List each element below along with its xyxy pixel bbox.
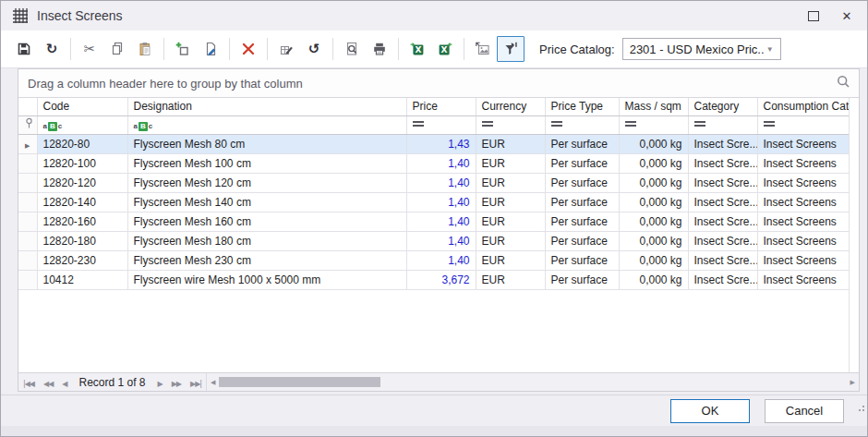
delete-row-button[interactable]	[235, 36, 262, 62]
price-catalog-dropdown[interactable]: 2301 - USD Mexico Pric... ▼	[622, 38, 781, 60]
cell-code[interactable]: 12820-80	[37, 134, 127, 153]
cell-designation[interactable]: Flyscreen Mesh 140 cm	[127, 192, 406, 212]
edit-row-button[interactable]	[197, 36, 224, 62]
cell-consumption-cat[interactable]: Insect Screens	[757, 270, 851, 289]
cell-price[interactable]: 3,672	[406, 270, 476, 289]
cell-currency[interactable]: EUR	[476, 212, 545, 231]
nav-prev-2-button[interactable]: ◀	[57, 380, 71, 388]
column-header-consumption-cat[interactable]: Consumption Cat...	[757, 98, 851, 115]
resize-grip[interactable]	[857, 404, 864, 411]
cell-price[interactable]: 1,40	[406, 250, 476, 270]
cell-mass-sqm[interactable]: 0,000 kg	[619, 192, 688, 212]
nav-next-0-button[interactable]: ▶	[153, 380, 167, 388]
filter-cell-designation[interactable]: aBc	[127, 115, 406, 134]
cell-currency[interactable]: EUR	[476, 173, 545, 192]
ok-button[interactable]: OK	[670, 399, 750, 423]
cell-code[interactable]: 12820-120	[37, 173, 127, 192]
cell-category[interactable]: Insect Scre...	[688, 270, 757, 289]
nav-prev-1-button[interactable]: ◀◀	[39, 380, 57, 388]
cancel-button[interactable]: Cancel	[765, 399, 844, 423]
table-row[interactable]: 12820-120Flyscreen Mesh 120 cm1,40EURPer…	[18, 173, 851, 192]
cell-price-type[interactable]: Per surface	[545, 250, 619, 270]
cell-price[interactable]: 1,40	[406, 212, 476, 231]
add-row-button[interactable]	[169, 36, 197, 62]
column-header-price[interactable]: Price	[406, 98, 476, 115]
filter-cell-code[interactable]: aBc	[37, 115, 127, 134]
cell-price-type[interactable]: Per surface	[545, 231, 619, 250]
cell-category[interactable]: Insect Scre...	[688, 250, 757, 270]
cell-currency[interactable]: EUR	[476, 153, 545, 173]
nav-next-2-button[interactable]: ▶▶|	[186, 380, 206, 388]
cell-mass-sqm[interactable]: 0,000 kg	[619, 270, 688, 289]
column-header-category[interactable]: Category	[688, 98, 757, 115]
cell-price[interactable]: 1,43	[406, 134, 476, 153]
cell-designation[interactable]: Flyscreen Mesh 80 cm	[127, 134, 406, 153]
cell-consumption-cat[interactable]: Insect Screens	[757, 212, 851, 231]
cell-mass-sqm[interactable]: 0,000 kg	[619, 212, 688, 231]
column-header-mass-sqm[interactable]: Mass / sqm	[619, 98, 688, 115]
cell-price-type[interactable]: Per surface	[545, 173, 619, 192]
cell-consumption-cat[interactable]: Insect Screens	[757, 134, 851, 153]
table-row[interactable]: 12820-180Flyscreen Mesh 180 cm1,40EURPer…	[18, 231, 851, 250]
filter-cell-consumption-cat[interactable]	[757, 115, 851, 134]
export-excel-button[interactable]: X	[404, 36, 431, 62]
filter-cell-price-type[interactable]	[545, 115, 619, 134]
cell-price-type[interactable]: Per surface	[545, 270, 619, 289]
cell-category[interactable]: Insect Scre...	[688, 192, 757, 212]
paste-button[interactable]	[131, 36, 159, 62]
cell-designation[interactable]: Flyscreen wire Mesh 1000 x 5000 mm	[127, 270, 406, 289]
cell-consumption-cat[interactable]: Insect Screens	[757, 250, 851, 270]
cell-code[interactable]: 12820-100	[37, 153, 127, 173]
cell-price-type[interactable]: Per surface	[545, 134, 619, 153]
cell-price-type[interactable]: Per surface	[545, 153, 619, 173]
cell-consumption-cat[interactable]: Insect Screens	[757, 231, 851, 250]
cell-category[interactable]: Insect Scre...	[688, 173, 757, 192]
cell-designation[interactable]: Flyscreen Mesh 120 cm	[127, 173, 406, 192]
export-image-button[interactable]	[469, 36, 497, 62]
cell-code[interactable]: 12820-230	[37, 250, 127, 270]
import-excel-button[interactable]: X	[431, 36, 459, 62]
cell-code[interactable]: 12820-160	[37, 212, 127, 231]
cell-consumption-cat[interactable]: Insect Screens	[757, 173, 851, 192]
scrollbar-thumb[interactable]	[219, 377, 380, 387]
horizontal-scrollbar[interactable]: ◀ ▶	[206, 373, 859, 391]
cut-button[interactable]: ✂	[76, 36, 103, 62]
table-row[interactable]: 12820-160Flyscreen Mesh 160 cm1,40EURPer…	[18, 212, 851, 231]
scroll-left-icon[interactable]: ◀	[207, 379, 219, 386]
cell-designation[interactable]: Flyscreen Mesh 180 cm	[127, 231, 406, 250]
group-by-panel[interactable]: Drag a column header here to group by th…	[18, 69, 859, 98]
cell-currency[interactable]: EUR	[476, 192, 545, 212]
cell-designation[interactable]: Flyscreen Mesh 100 cm	[127, 153, 406, 173]
cell-mass-sqm[interactable]: 0,000 kg	[619, 134, 688, 153]
cell-price[interactable]: 1,40	[406, 153, 476, 173]
table-row[interactable]: ▶12820-80Flyscreen Mesh 80 cm1,43EURPer …	[18, 134, 851, 153]
cell-designation[interactable]: Flyscreen Mesh 160 cm	[127, 212, 406, 231]
nav-prev-0-button[interactable]: |◀◀	[18, 380, 39, 388]
column-header-price-type[interactable]: Price Type	[545, 98, 619, 115]
cell-code[interactable]: 10412	[37, 270, 127, 289]
cell-currency[interactable]: EUR	[476, 231, 545, 250]
cell-code[interactable]: 12820-140	[37, 192, 127, 212]
cell-mass-sqm[interactable]: 0,000 kg	[619, 173, 688, 192]
column-header-code[interactable]: Code	[37, 98, 127, 115]
print-preview-button[interactable]	[338, 36, 366, 62]
cell-mass-sqm[interactable]: 0,000 kg	[619, 231, 688, 250]
filter-button[interactable]	[497, 36, 524, 62]
maximize-button[interactable]	[797, 3, 830, 29]
cell-mass-sqm[interactable]: 0,000 kg	[619, 153, 688, 173]
refresh-button[interactable]: ↻	[38, 36, 66, 62]
cell-category[interactable]: Insect Scre...	[688, 153, 757, 173]
filter-cell-category[interactable]	[688, 115, 757, 134]
save-button[interactable]	[10, 36, 38, 62]
cell-mass-sqm[interactable]: 0,000 kg	[619, 250, 688, 270]
undo-button[interactable]: ↺	[300, 36, 328, 62]
table-row[interactable]: 12820-230Flyscreen Mesh 230 cm1,40EURPer…	[18, 250, 851, 270]
close-button[interactable]: ✕	[830, 3, 863, 29]
cell-currency[interactable]: EUR	[476, 134, 545, 153]
cell-price[interactable]: 1,40	[406, 231, 476, 250]
copy-button[interactable]	[103, 36, 131, 62]
filter-cell-price[interactable]	[406, 115, 476, 134]
cell-consumption-cat[interactable]: Insect Screens	[757, 153, 851, 173]
cell-code[interactable]: 12820-180	[37, 231, 127, 250]
cell-consumption-cat[interactable]: Insect Screens	[757, 192, 851, 212]
